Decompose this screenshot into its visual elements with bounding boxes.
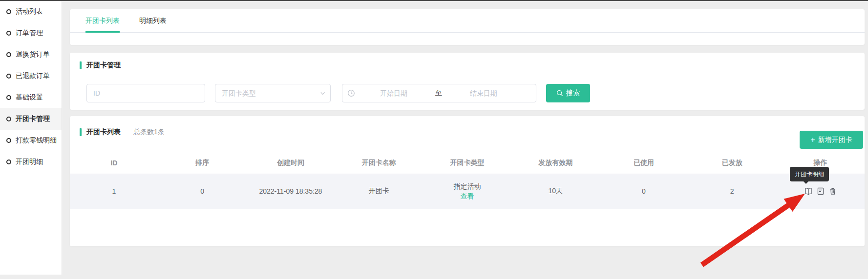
sidebar-item-group-card-management[interactable]: 开团卡管理 xyxy=(0,108,62,130)
table-header-row: ID 排序 创建时间 开团卡名称 开团卡类型 发放有效期 已使用 已发放 操作 xyxy=(70,152,865,174)
col-id: ID xyxy=(70,152,158,174)
section-accent-bar xyxy=(80,128,82,136)
date-range-picker[interactable]: 至 xyxy=(342,84,536,102)
cell-used: 0 xyxy=(600,174,688,209)
sidebar-item-label: 退换货订单 xyxy=(16,50,50,59)
cell-sort: 0 xyxy=(158,174,247,209)
section-accent-bar xyxy=(80,61,82,69)
tab-detail-list[interactable]: 明细列表 xyxy=(139,9,167,33)
circle-icon xyxy=(6,9,11,14)
type-text: 指定活动 xyxy=(423,181,511,191)
id-input-wrap xyxy=(86,84,205,102)
tab-card-list[interactable]: 开团卡列表 xyxy=(85,9,120,33)
tooltip-group-card-detail: 开团卡明细 xyxy=(790,167,829,181)
filter-title-text: 开团卡管理 xyxy=(86,61,121,70)
col-used: 已使用 xyxy=(600,152,688,174)
group-card-table: ID 排序 创建时间 开团卡名称 开团卡类型 发放有效期 已使用 已发放 操作 … xyxy=(70,152,865,209)
search-button[interactable]: 搜索 xyxy=(546,84,590,102)
sidebar-item-label: 订单管理 xyxy=(16,29,43,38)
date-range-separator: 至 xyxy=(432,89,445,98)
sidebar-item-activity-list[interactable]: 活动列表 xyxy=(0,1,62,22)
sidebar-item-label: 基础设置 xyxy=(16,93,43,102)
sidebar-item-order-management[interactable]: 订单管理 xyxy=(0,22,62,44)
filter-section-title: 开团卡管理 xyxy=(80,61,121,70)
circle-icon xyxy=(6,31,11,36)
sidebar: 活动列表 订单管理 退换货订单 已退款订单 基础设置 开团卡管理 打款零钱明细 xyxy=(0,1,62,275)
plus-icon: + xyxy=(810,136,815,144)
total-count-text: 总条数1条 xyxy=(133,128,165,137)
add-group-card-button[interactable]: + 新增开团卡 xyxy=(800,131,863,149)
circle-icon xyxy=(6,117,11,121)
action-icons xyxy=(776,187,865,196)
circle-icon xyxy=(6,52,11,57)
sidebar-item-label: 开团明细 xyxy=(16,158,43,166)
col-type: 开团卡类型 xyxy=(423,152,511,174)
circle-icon xyxy=(6,95,11,100)
chevron-down-icon xyxy=(320,90,325,96)
tabs-card: 开团卡列表 明细列表 xyxy=(70,9,865,45)
trash-icon[interactable] xyxy=(828,187,837,196)
sidebar-item-refunded-orders[interactable]: 已退款订单 xyxy=(0,65,62,87)
list-title-text: 开团卡列表 xyxy=(86,128,121,137)
card-type-select-input[interactable] xyxy=(222,89,320,97)
cell-name: 开团卡 xyxy=(335,174,423,209)
col-name: 开团卡名称 xyxy=(335,152,423,174)
search-icon xyxy=(556,90,563,97)
cell-validity: 10天 xyxy=(511,174,600,209)
cell-created: 2022-11-09 18:35:28 xyxy=(247,174,335,209)
clock-icon xyxy=(347,89,355,97)
tab-bar: 开团卡列表 明细列表 xyxy=(70,9,865,33)
circle-icon xyxy=(6,74,11,79)
col-validity: 发放有效期 xyxy=(511,152,600,174)
sidebar-item-label: 已退款订单 xyxy=(16,72,50,80)
document-edit-icon[interactable] xyxy=(816,187,825,196)
sidebar-item-label: 开团卡管理 xyxy=(16,115,50,123)
id-input[interactable] xyxy=(93,89,198,97)
list-section-title: 开团卡列表 总条数1条 xyxy=(80,128,165,137)
col-issued: 已发放 xyxy=(688,152,776,174)
circle-icon xyxy=(6,138,11,143)
table-row: 1 0 2022-11-09 18:35:28 开团卡 指定活动 查看 10天 … xyxy=(70,174,865,209)
add-button-label: 新增开团卡 xyxy=(818,136,852,144)
view-link[interactable]: 查看 xyxy=(423,191,511,201)
end-date-input[interactable] xyxy=(445,89,522,97)
sidebar-item-group-detail[interactable]: 开团明细 xyxy=(0,151,62,173)
sidebar-item-label: 打款零钱明细 xyxy=(16,136,57,145)
cell-type: 指定活动 查看 xyxy=(423,174,511,209)
sidebar-item-label: 活动列表 xyxy=(16,7,43,16)
window-top-edge xyxy=(0,0,868,1)
cell-issued: 2 xyxy=(688,174,776,209)
admin-page: 活动列表 订单管理 退换货订单 已退款订单 基础设置 开团卡管理 打款零钱明细 xyxy=(0,0,868,279)
card-type-select[interactable] xyxy=(215,84,331,102)
sidebar-item-return-exchange-orders[interactable]: 退换货订单 xyxy=(0,44,62,65)
start-date-input[interactable] xyxy=(355,89,432,97)
col-created: 创建时间 xyxy=(247,152,335,174)
circle-icon xyxy=(6,159,11,164)
book-detail-icon[interactable] xyxy=(804,187,813,196)
col-sort: 排序 xyxy=(158,152,247,174)
list-card: 开团卡列表 总条数1条 + 新增开团卡 ID 排序 创建时间 开团卡名称 开团卡… xyxy=(70,116,865,246)
sidebar-item-transfer-change-detail[interactable]: 打款零钱明细 xyxy=(0,130,62,151)
filter-card: 开团卡管理 至 搜索 xyxy=(70,53,865,110)
cell-id: 1 xyxy=(70,174,158,209)
search-button-label: 搜索 xyxy=(566,89,580,98)
sidebar-item-basic-settings[interactable]: 基础设置 xyxy=(0,87,62,108)
